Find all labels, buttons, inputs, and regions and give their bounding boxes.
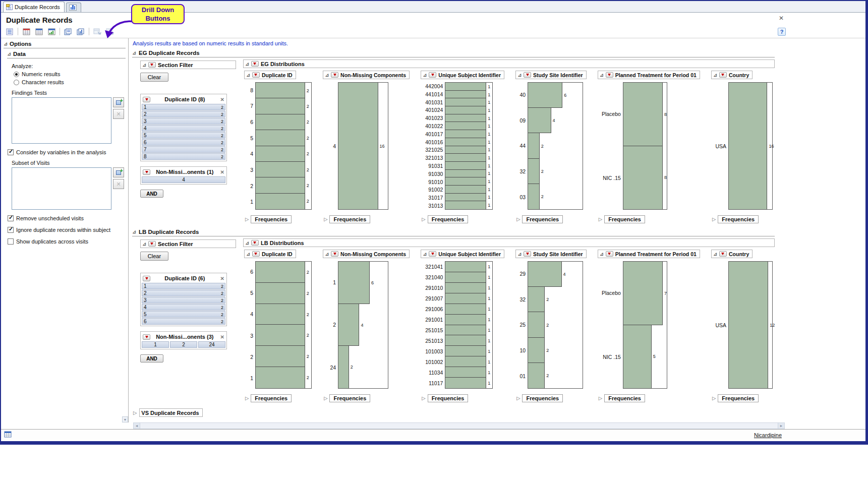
histogram-plot[interactable]: 1111111111111111 [445, 82, 493, 210]
histogram-bar[interactable] [528, 363, 545, 388]
filter-item[interactable]: 22 [142, 111, 225, 117]
histogram-bar[interactable] [528, 108, 551, 133]
subset-of-visits-listbox[interactable] [12, 167, 111, 210]
histogram-plot[interactable]: 75 [623, 261, 667, 389]
red-triangle-menu-icon[interactable] [148, 241, 156, 247]
histogram-bar[interactable] [445, 146, 486, 154]
histogram-bar[interactable] [528, 287, 545, 312]
histogram-plot[interactable]: 88 [623, 82, 667, 210]
frequencies-button[interactable]: Frequencies [251, 215, 292, 223]
tab-graph-builder[interactable] [66, 3, 81, 12]
frequencies-button[interactable]: Frequencies [522, 215, 563, 223]
checkbox-show-duplicates[interactable]: Show duplicates across visits [8, 238, 126, 245]
disclosure-collapsed-icon[interactable] [712, 217, 716, 222]
add-findings-tests-button[interactable]: + [113, 97, 124, 107]
histogram-bar[interactable] [445, 335, 486, 346]
red-triangle-menu-icon[interactable] [143, 169, 150, 175]
checkbox-checked-icon[interactable] [8, 227, 14, 233]
histogram-bar[interactable] [623, 325, 652, 389]
histogram-bar[interactable] [445, 272, 486, 283]
frequencies-button[interactable]: Frequencies [329, 394, 370, 402]
disclosure-collapsed-icon[interactable] [133, 410, 137, 415]
histogram-bar[interactable] [445, 325, 486, 336]
red-triangle-menu-icon[interactable] [606, 72, 613, 78]
close-filter-icon[interactable]: ✕ [220, 276, 224, 281]
histogram-bar[interactable] [338, 304, 359, 346]
filter-item[interactable]: 32 [142, 297, 225, 304]
help-button[interactable]: ? [778, 28, 786, 36]
red-triangle-menu-icon[interactable] [252, 72, 260, 78]
disclosure-collapsed-icon[interactable] [516, 396, 520, 401]
histogram-bar[interactable] [528, 262, 561, 287]
histogram-bar[interactable] [445, 194, 486, 202]
red-triangle-menu-icon[interactable] [143, 334, 150, 340]
data-table-chart-icon[interactable] [47, 28, 56, 36]
histogram-plot[interactable]: 16 [728, 82, 773, 210]
data-table-red-icon[interactable] [22, 28, 31, 36]
histogram-bar[interactable] [445, 201, 486, 209]
data-header[interactable]: Data [7, 50, 126, 58]
red-triangle-menu-icon[interactable] [148, 62, 156, 68]
show-graph-icon[interactable] [76, 28, 85, 36]
frequencies-button[interactable]: Frequencies [428, 394, 469, 402]
filter-item[interactable]: 1 [142, 341, 169, 348]
frequencies-button[interactable]: Frequencies [718, 215, 759, 223]
frequencies-button[interactable]: Frequencies [329, 215, 370, 223]
disclosure-expanded-icon[interactable] [4, 41, 8, 46]
red-triangle-menu-icon[interactable] [331, 72, 338, 78]
disclosure-expanded-icon[interactable] [600, 252, 604, 257]
histogram-bar[interactable] [445, 154, 486, 162]
disclosure-collapsed-icon[interactable] [422, 217, 425, 222]
close-icon[interactable]: ✕ [779, 15, 784, 22]
and-button[interactable]: AND [140, 354, 163, 362]
filter-item[interactable]: 4 [142, 176, 225, 183]
histogram-bar[interactable] [445, 114, 486, 123]
histogram-bar[interactable] [445, 91, 486, 99]
histogram-bar[interactable] [528, 312, 545, 337]
filter-item[interactable]: 52 [142, 132, 225, 139]
disclosure-expanded-icon[interactable] [325, 252, 329, 257]
frequencies-button[interactable]: Frequencies [604, 215, 645, 223]
disclosure-expanded-icon[interactable] [517, 252, 522, 257]
disclosure-expanded-icon[interactable] [246, 73, 250, 78]
radio-numeric-results[interactable]: Numeric results [14, 71, 126, 77]
histogram-bar[interactable] [256, 304, 305, 325]
drill-down-graph-icon[interactable] [105, 28, 114, 36]
disclosure-expanded-icon[interactable] [517, 73, 522, 78]
disclosure-expanded-icon[interactable] [142, 241, 146, 247]
histogram-plot[interactable]: 22222222 [255, 82, 312, 210]
checkbox-remove-unscheduled[interactable]: Remove unscheduled visits [8, 215, 126, 221]
histogram-bar[interactable] [528, 338, 545, 363]
filter-item[interactable]: 42 [142, 304, 225, 311]
red-triangle-menu-icon[interactable] [719, 72, 727, 78]
histogram-bar[interactable] [445, 98, 486, 106]
histogram-bar[interactable] [445, 356, 486, 367]
histogram-bar[interactable] [256, 194, 305, 209]
disclosure-expanded-icon[interactable] [600, 73, 604, 78]
histogram-bar[interactable] [338, 346, 349, 388]
histogram-bar[interactable] [445, 283, 486, 293]
filter-item[interactable]: 12 [142, 283, 225, 289]
disclosure-expanded-icon[interactable] [245, 62, 249, 67]
radio-character-results[interactable]: Character results [14, 79, 126, 85]
disclosure-expanded-icon[interactable] [245, 240, 249, 246]
red-triangle-menu-icon[interactable] [524, 251, 531, 257]
histogram-bar[interactable] [256, 325, 305, 346]
histogram-bar[interactable] [256, 262, 305, 283]
histogram-plot[interactable]: 642 [338, 261, 388, 389]
filter-item[interactable]: 22 [142, 290, 225, 296]
histogram-bar[interactable] [729, 83, 767, 209]
options-header[interactable]: Options [4, 40, 126, 48]
close-filter-icon[interactable]: ✕ [220, 97, 224, 102]
red-triangle-menu-icon[interactable] [429, 72, 436, 78]
red-triangle-menu-icon[interactable] [251, 61, 259, 67]
histogram-bar[interactable] [256, 130, 305, 146]
drill-down-table-icon[interactable] [93, 28, 102, 36]
histogram-bar[interactable] [729, 262, 768, 388]
filter-item[interactable]: 2 [170, 341, 197, 348]
disclosure-expanded-icon[interactable] [7, 51, 11, 56]
disclosure-expanded-icon[interactable] [713, 73, 717, 78]
histogram-bar[interactable] [528, 83, 562, 108]
scroll-down-arrow-icon[interactable]: ▼ [122, 416, 128, 422]
red-triangle-menu-icon[interactable] [143, 97, 150, 102]
